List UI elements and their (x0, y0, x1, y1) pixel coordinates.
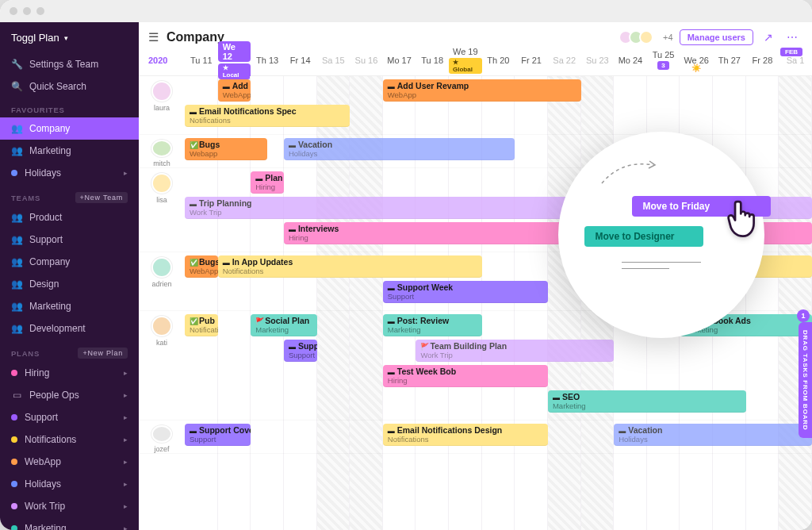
person-cell[interactable]: laura (139, 76, 185, 134)
day-header-cell[interactable]: Th 27 (713, 49, 746, 71)
day-header-cell[interactable]: Tu 25 3 (647, 49, 680, 71)
task-bar[interactable]: ▬Vacation Holidays (284, 138, 515, 160)
day-header-cell[interactable]: Fr 28 (746, 49, 779, 71)
brand-switcher[interactable]: Toggl Plan (0, 22, 139, 53)
chevron-right-icon: ▸ (124, 391, 128, 399)
sidebar-item-label: Support (29, 234, 63, 245)
person-lanes[interactable]: ▬Support Cover Support ▬Email Notificati… (185, 421, 812, 460)
day-header-cell[interactable]: Fr 14 (284, 49, 317, 71)
add-team-button[interactable]: +New Team (75, 192, 128, 203)
day-header-cell[interactable]: We 12 ★ Local (218, 49, 251, 71)
sidebar-team-item[interactable]: 👥Development (0, 317, 139, 340)
sidebar-team-item[interactable]: 👥Support (0, 229, 139, 251)
person-lanes[interactable]: ▬Add WebApp ▬Add User Revamp WebApp ▬Ema… (185, 76, 812, 134)
task-subtitle: Notifications (223, 267, 477, 276)
task-bar[interactable]: ✅Pub Notifications (185, 314, 218, 336)
day-header-cell[interactable]: Th 13 (251, 49, 284, 71)
sidebar-settings[interactable]: 🔧Settings & Team (0, 53, 139, 75)
drag-count-badge: 1 (797, 309, 810, 322)
person-cell[interactable]: mitch (139, 135, 185, 167)
person-lanes[interactable]: ✅Pub Notifications 🚩Social Plan Marketin… (185, 311, 812, 420)
avatar (151, 140, 172, 157)
day-header-cell[interactable]: Fr 21 (515, 49, 548, 71)
person-cell[interactable]: kati (139, 311, 185, 420)
sidebar-plan-item[interactable]: Marketing▸ (0, 517, 139, 530)
person-cell[interactable]: adrien (139, 252, 185, 310)
hint-move-friday[interactable]: Move to Friday (632, 196, 771, 217)
task-bar[interactable]: ▬Support Cover Support (185, 424, 251, 446)
member-avatars[interactable] (622, 30, 653, 44)
task-bar[interactable]: ▬In App Updates Notifications (218, 255, 482, 278)
person-cell[interactable]: lisa (139, 168, 185, 252)
task-subtitle: Marketing (553, 401, 741, 411)
plan-dot-icon (11, 481, 17, 487)
task-bar[interactable]: ▬Add User Revamp WebApp (383, 79, 581, 102)
task-bar[interactable]: ▬Email Notifications Spec Notifications (185, 105, 350, 127)
day-header-cell[interactable]: Tu 18 (416, 49, 449, 71)
day-header-cell[interactable]: Sa 1 (779, 49, 812, 71)
task-bar[interactable]: 🚩Social Plan Marketing (251, 314, 316, 336)
task-title: ▬Support Cover (190, 425, 246, 435)
task-bar[interactable]: ▬Plan Hiring (251, 171, 284, 194)
day-header-cell[interactable]: We 19 ★ Global (449, 49, 482, 71)
task-bar[interactable]: ▬Post: Review Marketing (383, 314, 482, 336)
task-bar[interactable]: ▬Vacation Holidays (614, 424, 812, 446)
timeline-main: ☰ Company +4 Manage users ↗ ⋯ FEB 2020 T… (139, 22, 812, 530)
sidebar-search[interactable]: 🔍Quick Search (0, 75, 139, 98)
task-bar[interactable]: ▬Test Week Bob Hiring (383, 365, 548, 387)
share-icon[interactable]: ↗ (760, 29, 777, 46)
task-bar[interactable]: ✅Bugs Webapp (185, 138, 267, 160)
add-plan-button[interactable]: +New Plan (78, 348, 128, 359)
people-icon: 👥 (11, 301, 22, 312)
bar-icon: ▬ (388, 426, 396, 434)
sidebar-team-item[interactable]: 👥Marketing (0, 295, 139, 317)
day-header-cell[interactable]: Mo 24 (614, 49, 647, 71)
day-header-cell[interactable]: Tu 11 (185, 49, 218, 71)
sidebar-team-item[interactable]: 👥Product (0, 206, 139, 229)
sidebar-plan-item[interactable]: Work Trip▸ (0, 495, 139, 517)
sidebar-fav-marketing[interactable]: 👥Marketing (0, 140, 139, 162)
sidebar-plan-item[interactable]: Holidays▸ (0, 473, 139, 495)
search-icon: 🔍 (11, 81, 22, 92)
task-bar[interactable]: ▬Support Week Support (383, 281, 548, 303)
sidebar-fav-company[interactable]: 👥Company (0, 117, 139, 140)
sidebar-plan-item[interactable]: Support▸ (0, 406, 139, 428)
sidebar-team-item[interactable]: 👥Company (0, 251, 139, 273)
timeline-body[interactable]: laura ▬Add WebApp ▬Add User Revamp WebAp… (139, 76, 812, 530)
drag-from-board-tab[interactable]: DRAG TASKS FROM BOARD (799, 322, 812, 438)
year-label[interactable]: 2020 (148, 56, 185, 65)
task-bar[interactable]: ▬SEO Marketing (548, 390, 746, 413)
day-header-cell[interactable]: Sa 15 (317, 49, 350, 71)
sidebar-team-item[interactable]: 👥Design (0, 273, 139, 295)
task-bar[interactable]: ✅Bugs WebApp (185, 255, 218, 278)
sidebar-plan-item[interactable]: WebApp▸ (0, 451, 139, 473)
bar-icon: ▬ (289, 342, 297, 350)
day-header-cell[interactable]: We 26 ☀️ (680, 49, 713, 71)
people-icon: 👥 (11, 323, 22, 334)
hint-move-designer[interactable]: Move to Designer (584, 226, 703, 247)
day-header-cell[interactable]: Su 23 (581, 49, 615, 71)
task-bar[interactable]: ▬Support Support (284, 340, 317, 362)
menu-icon[interactable]: ☰ (148, 30, 159, 44)
day-header-cell[interactable]: Mo 17 (383, 49, 416, 71)
manage-users-button[interactable]: Manage users (680, 29, 753, 45)
sidebar-plan-item[interactable]: Notifications▸ (0, 428, 139, 451)
day-header-cell[interactable]: Sa 22 (548, 49, 581, 71)
task-title: ▬Post: Review (388, 316, 477, 325)
task-bar[interactable]: ▬Add WebApp (218, 79, 251, 102)
task-bar[interactable]: 🚩Team Building Plan Work Trip (416, 340, 614, 362)
task-bar[interactable]: ▬Email Notifications Design Notification… (383, 424, 548, 446)
plan-dot-icon (11, 503, 17, 509)
sidebar-plan-item[interactable]: ▭People Ops▸ (0, 384, 139, 406)
sidebar-plan-item[interactable]: Hiring▸ (0, 362, 139, 384)
task-subtitle: Notifications (190, 116, 345, 125)
task-subtitle: Hiring (255, 182, 279, 192)
check-icon: ✅ (190, 140, 197, 148)
task-title: ✅Bugs (190, 140, 262, 149)
day-header-cell[interactable]: Su 16 (350, 49, 383, 71)
day-header-cell[interactable]: Th 20 (482, 49, 515, 71)
sidebar-fav-holidays[interactable]: Holidays▸ (0, 162, 139, 184)
task-title: ▬Support Week (388, 282, 543, 292)
person-cell[interactable]: jozef (139, 421, 185, 453)
more-icon[interactable]: ⋯ (783, 29, 801, 46)
